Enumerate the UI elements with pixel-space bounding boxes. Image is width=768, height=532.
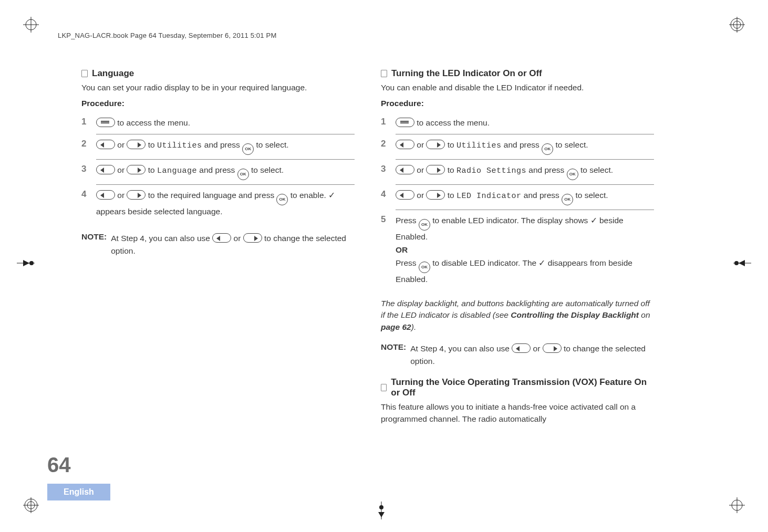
ok-button-icon (419, 219, 430, 231)
svg-marker-22 (378, 512, 385, 517)
step-number: 4 (81, 185, 96, 223)
step-number: 2 (81, 134, 96, 160)
menu-path: Language (157, 166, 197, 175)
left-arrow-icon (212, 233, 231, 243)
left-arrow-icon (96, 165, 115, 174)
section-title-text: Language (92, 68, 134, 79)
note-label: NOTE: (81, 232, 107, 257)
menu-path: Utilities (456, 141, 502, 150)
right-arrow-icon (426, 140, 445, 149)
language-bar: English (47, 484, 110, 500)
section-title-text: Turning the LED Indicator On or Off (391, 68, 542, 79)
menu-path: Radio Settings (456, 166, 526, 175)
intro-text: You can set your radio display to be in … (81, 82, 355, 93)
right-arrow-icon (426, 190, 445, 200)
step-number: 1 (381, 112, 396, 134)
intro-text: You can enable and disable the LED Indic… (381, 82, 654, 93)
right-arrow-icon (243, 233, 262, 243)
intro-text: This feature allows you to initiate a ha… (381, 401, 654, 425)
svg-point-21 (379, 505, 383, 509)
step-body: or to Radio Settings and press to select… (396, 160, 654, 185)
step-number: 3 (381, 160, 396, 185)
ok-button-icon (237, 169, 249, 180)
document-icon (381, 70, 387, 77)
svg-marker-18 (739, 260, 745, 266)
step-body: or to Utilities and press to select. (96, 134, 355, 160)
section-title-led: Turning the LED Indicator On or Off (381, 68, 654, 79)
step-body: to access the menu. (96, 112, 355, 134)
or-label: OR (396, 245, 408, 254)
step-row: 3 or to Language and press to select. (81, 160, 355, 185)
note: NOTE: At Step 4, you can also use or to … (81, 232, 355, 257)
left-arrow-icon (396, 140, 414, 149)
menu-path: LED Indicator (456, 192, 522, 201)
registration-mark-icon (729, 17, 745, 35)
menu-path: Utilities (157, 141, 202, 150)
step-number: 3 (81, 160, 96, 185)
step-row: 1 to access the menu. (81, 112, 355, 134)
right-column: Turning the LED Indicator On or Off You … (381, 68, 654, 485)
note-text: At Step 4, you can also use or to change… (111, 232, 355, 257)
right-arrow-icon (426, 165, 445, 174)
left-arrow-icon (396, 190, 414, 200)
procedure-steps: 1 to access the menu. 2 or to Utilities … (81, 112, 355, 223)
note-text: At Step 4, you can also use or to change… (410, 342, 654, 368)
step-number: 1 (81, 112, 96, 134)
step-body: or to Language and press to select. (96, 160, 355, 185)
step-number: 2 (381, 134, 396, 160)
document-icon (381, 384, 387, 391)
registration-mark-icon (17, 257, 35, 271)
content-area: Language You can set your radio display … (81, 68, 687, 485)
right-arrow-icon (127, 165, 146, 174)
ok-button-icon (242, 143, 254, 155)
step-row: 4 or to LED Indicator and press to selec… (381, 185, 654, 210)
left-arrow-icon (396, 165, 414, 174)
step-body: or to LED Indicator and press to select. (396, 185, 654, 210)
page-number-container: 64 (47, 453, 71, 477)
step-number: 5 (381, 210, 396, 290)
svg-point-16 (29, 261, 34, 265)
registration-mark-icon (729, 497, 745, 515)
procedure-label: Procedure: (81, 99, 355, 108)
checkmark-icon: ✓ (590, 216, 597, 225)
left-column: Language You can set your radio display … (81, 68, 355, 485)
section-title-vox: Turning the Voice Operating Transmission… (381, 377, 654, 398)
ok-button-icon (567, 169, 578, 180)
page-ref: page 62 (381, 322, 411, 331)
registration-mark-icon (376, 502, 387, 521)
step-body: or to the required language and press to… (96, 185, 355, 223)
step-row: 4 or to the required language and press … (81, 185, 355, 223)
ok-button-icon (419, 262, 430, 273)
step-row: 3 or to Radio Settings and press to sele… (381, 160, 654, 185)
step-body: to access the menu. (396, 112, 654, 134)
right-arrow-icon (543, 343, 562, 353)
right-arrow-icon (127, 190, 146, 200)
italic-note: The display backlight, and buttons backl… (381, 298, 654, 333)
cross-ref: Controlling the Display Backlight (511, 310, 639, 319)
step-body: Press to enable LED indicator. The displ… (396, 210, 654, 290)
left-arrow-icon (512, 343, 531, 353)
document-icon (81, 70, 88, 77)
step-body: or to Utilities and press to select. (396, 134, 654, 160)
step-row: 2 or to Utilities and press to select. (381, 134, 654, 160)
menu-button-icon (396, 118, 414, 127)
step-row: 2 or to Utilities and press to select. (81, 134, 355, 160)
ok-button-icon (276, 194, 288, 205)
note-label: NOTE: (381, 342, 406, 368)
right-arrow-icon (127, 140, 146, 149)
page-header: LKP_NAG-LACR.book Page 64 Tuesday, Septe… (58, 32, 276, 39)
step-row: 5 Press to enable LED indicator. The dis… (381, 210, 654, 290)
ok-button-icon (542, 143, 553, 155)
menu-button-icon (96, 118, 115, 127)
svg-point-19 (734, 261, 739, 265)
step-number: 4 (381, 185, 396, 210)
page-number: 64 (47, 453, 71, 477)
procedure-steps: 1 to access the menu. 2 or to Utilities … (381, 112, 654, 290)
note: NOTE: At Step 4, you can also use or to … (381, 342, 654, 368)
language-label: English (64, 487, 94, 497)
svg-marker-15 (23, 260, 29, 266)
procedure-label: Procedure: (381, 99, 654, 108)
registration-mark-icon (23, 497, 39, 515)
checkmark-icon: ✓ (328, 191, 335, 200)
registration-mark-icon (733, 257, 751, 271)
